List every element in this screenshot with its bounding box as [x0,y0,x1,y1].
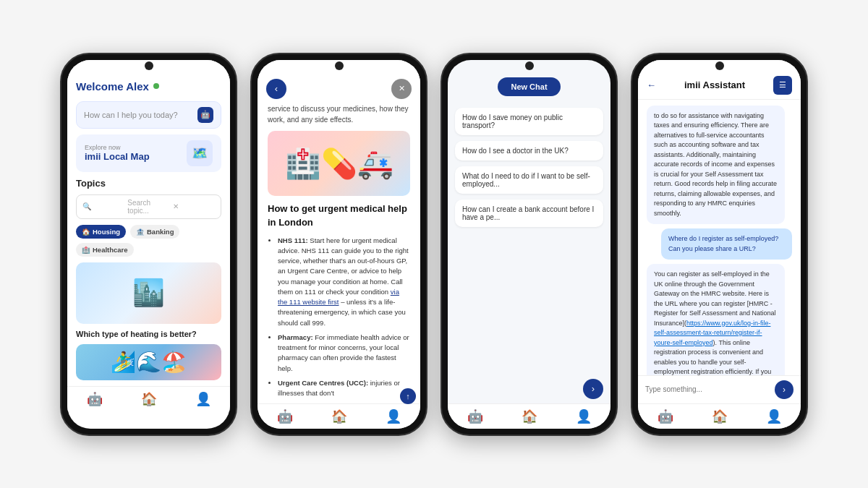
topic-search[interactable]: 🔍 Search topic... ✕ [76,194,221,219]
cta-art: 🏄‍♂️🌊🏖️ [111,350,187,374]
more-button[interactable]: ✕ [391,79,412,99]
nav-home-icon[interactable]: 🏠 [141,391,157,407]
housing-art: 🏙️ [132,278,165,308]
topic-tags: 🏠 Housing 🏦 Banking 🏥 Healthcare [76,225,221,257]
nhs-link[interactable]: via the 111 website first [278,288,399,306]
phone-4-screen: ← imii Assistant ☰ to do so for assistan… [638,60,801,429]
search-icon: 🔍 [82,202,124,210]
phone3-send-area: › [455,379,603,399]
bullet3-title: Urgent Care Centres (UCC): [278,379,368,387]
nav-profile-icon-3[interactable]: 👤 [576,408,592,424]
tag-healthcare-label: Healthcare [93,246,128,254]
phone2-nav: 🤖 🏠 👤 [258,403,420,429]
map-icon: 🗺️ [187,140,213,166]
phone-1-notch [145,61,153,70]
bullet2-title: Pharmacy: [278,333,313,341]
nav-profile-icon-2[interactable]: 👤 [386,408,401,424]
phone-3-screen: New Chat How do I save money on public t… [448,60,610,429]
phone2-hero-image: 🏥💊🚑 [268,131,410,196]
phone-3-notch [525,61,534,70]
phone4-input-area[interactable]: › [638,375,801,403]
chat-suggestion-2[interactable]: How do I see a doctor in the UK? [455,141,603,160]
cta-banner[interactable]: 🏄‍♂️🌊🏖️ [76,344,221,380]
message-bot-1: to do so for assistance with navigating … [647,106,785,225]
nav-home-icon-4[interactable]: 🏠 [712,408,728,424]
assistant-icon[interactable]: 🤖 [197,107,213,123]
healthcare-icon: 🏥 [82,246,90,254]
nav-assistant-icon-4[interactable]: 🤖 [658,408,673,424]
message-bot-2: You can register as self-employed in the… [647,264,785,375]
phone2-article-title: How to get urgent medical help in London [268,202,410,230]
topics-label: Topics [76,178,221,189]
housing-image[interactable]: 🏙️ [76,262,221,324]
clear-icon[interactable]: ✕ [173,202,215,210]
housing-question: Which type of heating is better? [76,330,221,338]
nav-home-icon-2[interactable]: 🏠 [331,408,347,424]
send-button[interactable]: › [583,379,603,399]
phone-1-screen: Welcome Alex How can I help you today? 🤖… [67,60,230,429]
search-placeholder: How can I help you today? [84,111,193,119]
nav-profile-icon-4[interactable]: 👤 [766,408,782,424]
back-button[interactable]: ‹ [266,79,286,99]
phone-2-notch [335,61,344,70]
phone4-send-button[interactable]: › [775,380,793,399]
tag-housing-label: Housing [93,228,120,236]
nav-home-icon-3[interactable]: 🏠 [522,408,537,424]
phone2-list-item-3: Urgent Care Centres (UCC): injuries or i… [278,378,410,399]
search-bar[interactable]: How can I help you today? 🤖 [76,101,221,129]
phone3-chat-area: New Chat How do I save money on public t… [448,60,610,376]
phone1-nav: 🤖 🏠 👤 [67,386,230,411]
chat-suggestion-3[interactable]: What do I need to do if I want to be sel… [455,166,603,194]
phone2-list-item-1: NHS 111: Start here for urgent medical a… [278,236,410,328]
bullet1-text: Start here for urgent medical advice. NH… [278,236,409,327]
tag-banking-label: Banking [147,228,174,236]
phone2-intro-text: service to discuss your medicines, how t… [268,103,410,125]
phone4-title: imii Assistant [684,80,745,90]
back-arrow-icon: ← [647,80,656,90]
message-user-1: Where do I register as self-employed? Ca… [661,228,792,260]
tag-housing[interactable]: 🏠 Housing [76,225,126,239]
phone-3: New Chat How do I save money on public t… [441,53,618,436]
scroll-up-button[interactable]: ↑ [400,388,416,404]
app-scene: Welcome Alex How can I help you today? 🤖… [0,0,868,488]
tag-banking[interactable]: 🏦 Banking [130,225,179,239]
phone2-list-item-2: Pharmacy: For immediate health advice or… [278,333,410,374]
local-map-card[interactable]: Explore now imii Local Map 🗺️ [76,134,221,172]
banking-icon: 🏦 [136,228,145,236]
phone-4-notch [715,61,724,70]
map-title: imii Local Map [85,151,150,162]
topic-search-placeholder: Search topic... [127,199,169,215]
phone2-list: NHS 111: Start here for urgent medical a… [268,236,410,399]
phone4-messages: to do so for assistance with navigating … [638,100,801,375]
tag-healthcare[interactable]: 🏥 Healthcare [76,243,134,257]
phone4-nav: 🤖 🏠 👤 [638,403,801,429]
phone1-header: Welcome Alex [76,80,221,95]
bullet1-title: NHS 111: [278,236,308,244]
phone-1: Welcome Alex How can I help you today? 🤖… [60,53,237,436]
msg2-start: You can register as self-employed in the… [654,270,776,327]
phone4-back-button[interactable]: ← [647,80,656,90]
nav-assistant-icon-3[interactable]: 🤖 [467,408,483,424]
nav-profile-icon[interactable]: 👤 [195,391,211,407]
nav-assistant-icon[interactable]: 🤖 [87,391,103,407]
chat-suggestion-1[interactable]: How do I save money on public transport? [455,108,603,135]
explore-label: Explore now [85,144,150,151]
status-dot [153,83,159,89]
phone2-content: service to discuss your medicines, how t… [258,103,420,403]
phone-2-screen: ‹ ✕ service to discuss your medicines, h… [258,60,420,429]
phone3-nav: 🤖 🏠 👤 [448,403,610,429]
phone-4: ← imii Assistant ☰ to do so for assistan… [631,53,808,436]
phone-2: ‹ ✕ service to discuss your medicines, h… [250,53,427,436]
phone1-title: Welcome Alex [76,80,149,93]
new-chat-button[interactable]: New Chat [498,77,560,96]
housing-icon: 🏠 [82,228,90,236]
phone4-text-input[interactable] [645,385,770,393]
phone4-menu-button[interactable]: ☰ [773,76,792,95]
nav-assistant-icon-2[interactable]: 🤖 [277,408,293,424]
chat-suggestion-4[interactable]: How can I create a bank account before I… [455,200,603,227]
